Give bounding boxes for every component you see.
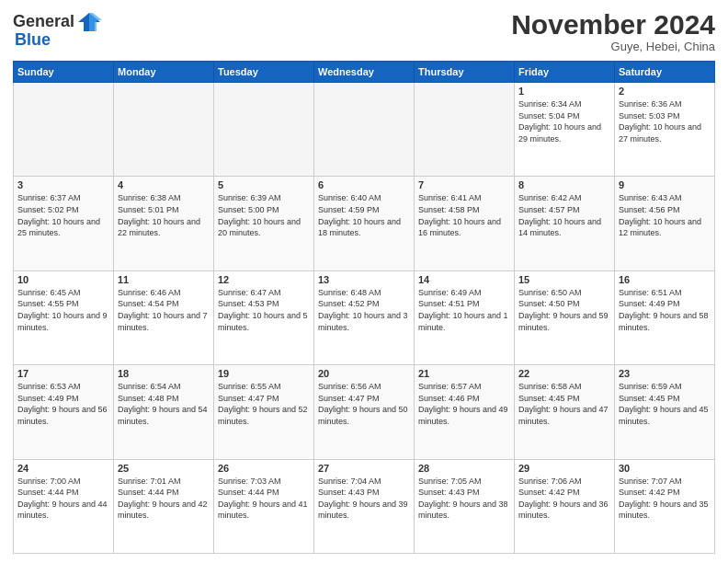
calendar-day-cell: 7Sunrise: 6:41 AM Sunset: 4:58 PM Daylig… — [415, 177, 515, 270]
calendar-day-cell: 8Sunrise: 6:42 AM Sunset: 4:57 PM Daylig… — [515, 177, 615, 270]
calendar-day-cell — [14, 83, 114, 177]
weekday-header: Tuesday — [214, 62, 314, 83]
day-number: 15 — [518, 274, 610, 285]
day-info: Sunrise: 6:51 AM Sunset: 4:49 PM Dayligh… — [619, 287, 711, 333]
weekday-header: Thursday — [415, 62, 515, 83]
day-number: 14 — [418, 274, 510, 285]
day-number: 4 — [118, 179, 210, 190]
day-number: 30 — [619, 463, 711, 474]
day-number: 13 — [318, 274, 410, 285]
day-info: Sunrise: 6:55 AM Sunset: 4:47 PM Dayligh… — [218, 381, 310, 427]
day-number: 28 — [418, 463, 510, 474]
page: General Blue November 2024 Guye, Hebei, … — [0, 0, 728, 563]
logo-blue-text: Blue — [15, 31, 51, 50]
day-info: Sunrise: 6:54 AM Sunset: 4:48 PM Dayligh… — [118, 381, 210, 427]
day-number: 2 — [619, 86, 711, 97]
calendar-day-cell — [314, 83, 415, 177]
day-number: 25 — [118, 463, 210, 474]
logo: General Blue — [13, 9, 102, 50]
calendar-week-row: 17Sunrise: 6:53 AM Sunset: 4:49 PM Dayli… — [14, 365, 715, 459]
calendar-day-cell — [415, 83, 515, 177]
calendar-day-cell: 20Sunrise: 6:56 AM Sunset: 4:47 PM Dayli… — [314, 365, 415, 459]
day-number: 8 — [518, 179, 610, 190]
day-number: 18 — [118, 368, 210, 379]
calendar-day-cell — [214, 83, 314, 177]
day-info: Sunrise: 6:49 AM Sunset: 4:51 PM Dayligh… — [418, 287, 510, 333]
calendar-day-cell: 26Sunrise: 7:03 AM Sunset: 4:44 PM Dayli… — [214, 459, 314, 553]
day-info: Sunrise: 6:58 AM Sunset: 4:45 PM Dayligh… — [518, 381, 610, 427]
day-info: Sunrise: 7:03 AM Sunset: 4:44 PM Dayligh… — [218, 476, 310, 522]
day-number: 16 — [619, 274, 711, 285]
day-number: 21 — [418, 368, 510, 379]
calendar-day-cell: 30Sunrise: 7:07 AM Sunset: 4:42 PM Dayli… — [615, 459, 715, 553]
day-number: 10 — [17, 274, 109, 285]
calendar-day-cell: 27Sunrise: 7:04 AM Sunset: 4:43 PM Dayli… — [314, 459, 415, 553]
day-info: Sunrise: 7:05 AM Sunset: 4:43 PM Dayligh… — [418, 476, 510, 522]
day-info: Sunrise: 6:36 AM Sunset: 5:03 PM Dayligh… — [619, 98, 711, 144]
day-number: 20 — [318, 368, 410, 379]
day-number: 27 — [318, 463, 410, 474]
day-info: Sunrise: 6:48 AM Sunset: 4:52 PM Dayligh… — [318, 287, 410, 333]
weekday-header: Saturday — [615, 62, 715, 83]
day-info: Sunrise: 6:41 AM Sunset: 4:58 PM Dayligh… — [418, 192, 510, 238]
day-number: 26 — [218, 463, 310, 474]
calendar-day-cell: 13Sunrise: 6:48 AM Sunset: 4:52 PM Dayli… — [314, 270, 415, 364]
day-number: 29 — [518, 463, 610, 474]
day-info: Sunrise: 7:01 AM Sunset: 4:44 PM Dayligh… — [118, 476, 210, 522]
calendar-day-cell: 11Sunrise: 6:46 AM Sunset: 4:54 PM Dayli… — [114, 270, 214, 364]
weekday-header: Friday — [515, 62, 615, 83]
day-number: 22 — [518, 368, 610, 379]
day-info: Sunrise: 6:56 AM Sunset: 4:47 PM Dayligh… — [318, 381, 410, 427]
day-info: Sunrise: 6:37 AM Sunset: 5:02 PM Dayligh… — [17, 192, 109, 238]
day-number: 5 — [218, 179, 310, 190]
day-info: Sunrise: 6:43 AM Sunset: 4:56 PM Dayligh… — [619, 192, 711, 238]
calendar-day-cell: 9Sunrise: 6:43 AM Sunset: 4:56 PM Daylig… — [615, 177, 715, 270]
logo-general-text: General — [13, 13, 74, 31]
calendar-day-cell: 21Sunrise: 6:57 AM Sunset: 4:46 PM Dayli… — [415, 365, 515, 459]
calendar-day-cell: 2Sunrise: 6:36 AM Sunset: 5:03 PM Daylig… — [615, 83, 715, 177]
day-info: Sunrise: 6:53 AM Sunset: 4:49 PM Dayligh… — [17, 381, 109, 427]
day-number: 23 — [619, 368, 711, 379]
calendar-week-row: 24Sunrise: 7:00 AM Sunset: 4:44 PM Dayli… — [14, 459, 715, 553]
calendar-table: SundayMondayTuesdayWednesdayThursdayFrid… — [13, 61, 715, 554]
calendar-week-row: 10Sunrise: 6:45 AM Sunset: 4:55 PM Dayli… — [14, 270, 715, 364]
day-info: Sunrise: 7:00 AM Sunset: 4:44 PM Dayligh… — [17, 476, 109, 522]
calendar-day-cell: 1Sunrise: 6:34 AM Sunset: 5:04 PM Daylig… — [515, 83, 615, 177]
calendar-day-cell: 4Sunrise: 6:38 AM Sunset: 5:01 PM Daylig… — [114, 177, 214, 270]
weekday-header: Wednesday — [314, 62, 415, 83]
calendar-day-cell: 12Sunrise: 6:47 AM Sunset: 4:53 PM Dayli… — [214, 270, 314, 364]
day-number: 17 — [17, 368, 109, 379]
day-info: Sunrise: 6:42 AM Sunset: 4:57 PM Dayligh… — [518, 192, 610, 238]
calendar-header-row: SundayMondayTuesdayWednesdayThursdayFrid… — [14, 62, 715, 83]
weekday-header: Monday — [114, 62, 214, 83]
month-title: November 2024 — [511, 9, 715, 40]
calendar-day-cell: 24Sunrise: 7:00 AM Sunset: 4:44 PM Dayli… — [14, 459, 114, 553]
calendar-day-cell: 19Sunrise: 6:55 AM Sunset: 4:47 PM Dayli… — [214, 365, 314, 459]
calendar-day-cell: 14Sunrise: 6:49 AM Sunset: 4:51 PM Dayli… — [415, 270, 515, 364]
calendar-day-cell: 6Sunrise: 6:40 AM Sunset: 4:59 PM Daylig… — [314, 177, 415, 270]
calendar-day-cell: 3Sunrise: 6:37 AM Sunset: 5:02 PM Daylig… — [14, 177, 114, 270]
day-info: Sunrise: 7:04 AM Sunset: 4:43 PM Dayligh… — [318, 476, 410, 522]
calendar-week-row: 3Sunrise: 6:37 AM Sunset: 5:02 PM Daylig… — [14, 177, 715, 270]
calendar-day-cell: 28Sunrise: 7:05 AM Sunset: 4:43 PM Dayli… — [415, 459, 515, 553]
title-block: November 2024 Guye, Hebei, China — [511, 9, 715, 53]
day-info: Sunrise: 6:38 AM Sunset: 5:01 PM Dayligh… — [118, 192, 210, 238]
day-info: Sunrise: 6:45 AM Sunset: 4:55 PM Dayligh… — [17, 287, 109, 333]
calendar-day-cell: 10Sunrise: 6:45 AM Sunset: 4:55 PM Dayli… — [14, 270, 114, 364]
day-number: 9 — [619, 179, 711, 190]
day-info: Sunrise: 6:50 AM Sunset: 4:50 PM Dayligh… — [518, 287, 610, 333]
calendar-day-cell: 29Sunrise: 7:06 AM Sunset: 4:42 PM Dayli… — [515, 459, 615, 553]
calendar-day-cell: 18Sunrise: 6:54 AM Sunset: 4:48 PM Dayli… — [114, 365, 214, 459]
day-info: Sunrise: 6:57 AM Sunset: 4:46 PM Dayligh… — [418, 381, 510, 427]
day-number: 12 — [218, 274, 310, 285]
day-number: 3 — [17, 179, 109, 190]
day-info: Sunrise: 7:07 AM Sunset: 4:42 PM Dayligh… — [619, 476, 711, 522]
logo-icon — [76, 9, 102, 35]
location: Guye, Hebei, China — [511, 40, 715, 53]
day-number: 19 — [218, 368, 310, 379]
calendar-day-cell: 15Sunrise: 6:50 AM Sunset: 4:50 PM Dayli… — [515, 270, 615, 364]
day-info: Sunrise: 6:59 AM Sunset: 4:45 PM Dayligh… — [619, 381, 711, 427]
day-number: 24 — [17, 463, 109, 474]
calendar-week-row: 1Sunrise: 6:34 AM Sunset: 5:04 PM Daylig… — [14, 83, 715, 177]
calendar-day-cell: 22Sunrise: 6:58 AM Sunset: 4:45 PM Dayli… — [515, 365, 615, 459]
